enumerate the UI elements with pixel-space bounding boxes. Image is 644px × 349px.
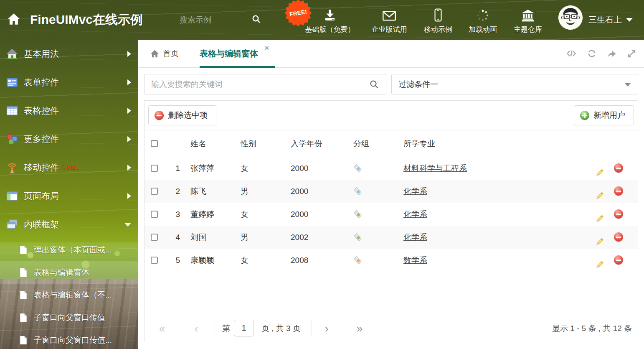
- col-header-name: 姓名: [190, 130, 206, 157]
- sidebar-item-label: 内联框架: [24, 219, 59, 230]
- col-header-group: 分组: [353, 130, 369, 157]
- bank-icon: [497, 5, 559, 22]
- cubes-icon: [6, 133, 18, 145]
- sidebar-subitem-label: 弹出窗体（本页面或...: [34, 245, 112, 255]
- chevron-right-icon: [127, 108, 131, 114]
- table-row: 3 董婷婷 女 2000 化学系: [145, 203, 638, 226]
- delete-row-icon[interactable]: [614, 163, 623, 173]
- nav-basic-edition[interactable]: 基础版（免费）: [299, 5, 361, 34]
- select-all-checkbox[interactable]: [151, 140, 158, 147]
- sidebar-subitem-label: 表格与编辑窗体: [34, 267, 89, 278]
- col-header-year: 入学年份: [291, 130, 322, 157]
- sidebar-subitem-grid-edit-window[interactable]: 表格与编辑窗体: [0, 261, 138, 284]
- delete-row-icon[interactable]: [614, 209, 623, 219]
- add-user-label: 新增用户: [593, 110, 625, 121]
- delete-row-icon[interactable]: [614, 186, 623, 196]
- filter-select[interactable]: 过滤条件一: [391, 74, 638, 94]
- chevron-right-icon: [127, 193, 131, 199]
- tab-home[interactable]: 首页: [150, 40, 179, 67]
- main-content: 首页 表格与编辑窗体 ×: [138, 40, 644, 349]
- delete-selected-label: 删除选中项: [168, 110, 208, 121]
- tab-strip: 首页 表格与编辑窗体 ×: [138, 40, 644, 68]
- page-prev-button[interactable]: ‹: [195, 315, 198, 342]
- col-header-major: 所学专业: [403, 130, 435, 157]
- edit-icon[interactable]: [595, 255, 604, 278]
- sidebar-item-inline-frame[interactable]: 内联框架: [0, 210, 138, 239]
- sidebar-item-more-controls[interactable]: 更多控件: [0, 125, 138, 153]
- sidebar-subitem-child-to-parent[interactable]: 子窗口向父窗口传值: [0, 306, 138, 329]
- delete-row-icon[interactable]: [614, 255, 623, 265]
- table-row: 1 张萍萍 女 2000 材料科学与工程系: [145, 157, 638, 180]
- app-home-icon[interactable]: [7, 12, 21, 28]
- user-menu[interactable]: 三生石上: [588, 0, 633, 40]
- sidebar-subitem-child-to-parent-2[interactable]: 子窗口向父窗口传值...: [0, 329, 138, 349]
- row-index: 1: [163, 157, 180, 180]
- page-next-button[interactable]: ›: [325, 315, 328, 342]
- minus-icon: [155, 111, 164, 120]
- expand-icon[interactable]: [627, 49, 636, 59]
- page-last-button[interactable]: »: [357, 315, 363, 342]
- layout-icon: [6, 190, 18, 202]
- cell-year: 2000: [291, 180, 308, 203]
- keyword-search-input[interactable]: [145, 74, 357, 94]
- page-icon: [19, 313, 28, 322]
- caret-down-icon: [625, 83, 631, 87]
- add-user-button[interactable]: 新增用户: [574, 105, 634, 125]
- row-checkbox[interactable]: [151, 211, 158, 218]
- close-icon[interactable]: ×: [264, 44, 269, 52]
- sidebar-item-label: 更多控件: [24, 133, 59, 145]
- sidebar-subitem-label: 子窗口向父窗口传值...: [34, 335, 112, 346]
- sidebar-item-mobile-controls[interactable]: 移动控件 Corp.: [0, 153, 138, 182]
- cell-name: 康颖颖: [190, 249, 214, 272]
- grid-icon: [6, 104, 18, 117]
- page-number-input[interactable]: [234, 320, 254, 336]
- nav-theme-store[interactable]: 主题仓库: [497, 5, 559, 34]
- username: 三生石上: [588, 14, 622, 25]
- major-link[interactable]: 化学系: [403, 210, 427, 219]
- sidebar-subitem-label: 子窗口向父窗口传值: [34, 312, 105, 323]
- cell-year: 2000: [291, 157, 308, 180]
- page-count-label: 页 , 共 3 页: [261, 315, 301, 342]
- cell-gender: 男: [241, 180, 248, 203]
- refresh-icon[interactable]: [587, 48, 597, 59]
- tab-active-label: 表格与编辑窗体: [200, 48, 258, 59]
- major-link[interactable]: 化学系: [403, 233, 427, 242]
- code-icon[interactable]: [566, 49, 577, 58]
- frames-icon: [6, 218, 18, 231]
- row-checkbox[interactable]: [151, 234, 158, 241]
- download-icon: [299, 5, 361, 22]
- sidebar-item-basic-usage[interactable]: 基本用法: [0, 40, 138, 68]
- home-icon: [6, 48, 18, 60]
- major-link[interactable]: 化学系: [403, 187, 427, 196]
- cell-year: 2008: [291, 249, 308, 272]
- row-checkbox[interactable]: [151, 188, 158, 195]
- tab-active[interactable]: 表格与编辑窗体 ×: [200, 40, 269, 67]
- cell-name: 陈飞: [190, 180, 206, 203]
- chevron-right-icon: [127, 79, 131, 85]
- delete-row-icon[interactable]: [614, 232, 623, 242]
- chevron-right-icon: [127, 136, 131, 142]
- sidebar-item-page-layout[interactable]: 页面布局: [0, 182, 138, 210]
- chevron-right-icon: [127, 51, 131, 57]
- sidebar-subitem-grid-edit-window-2[interactable]: 表格与编辑窗体（不...: [0, 284, 138, 306]
- avatar[interactable]: [558, 5, 583, 30]
- header-search-icon[interactable]: [251, 14, 261, 26]
- row-checkbox[interactable]: [151, 165, 158, 172]
- sidebar-item-label: 移动控件: [24, 162, 59, 173]
- sidebar-item-form-controls[interactable]: 表单控件: [0, 68, 138, 97]
- plus-icon: [580, 111, 589, 120]
- chevron-right-icon: [127, 165, 131, 171]
- major-link[interactable]: 材料科学与工程系: [403, 164, 467, 173]
- table-row: 2 陈飞 男 2000 化学系: [145, 180, 638, 203]
- top-header: FineUIMvc在线示例 FREE! 基础版（免费） 企业版试用 移动示例 加…: [0, 0, 644, 40]
- sidebar-item-grid-controls[interactable]: 表格控件: [0, 97, 138, 125]
- row-checkbox[interactable]: [151, 257, 158, 264]
- major-link[interactable]: 数学系: [403, 256, 427, 265]
- search-icon[interactable]: [369, 79, 379, 91]
- filter-row: 过滤条件一: [144, 74, 638, 95]
- sidebar-subitem-label: 表格与编辑窗体（不...: [34, 290, 112, 301]
- delete-selected-button[interactable]: 删除选中项: [148, 105, 216, 125]
- sidebar-subitem-popup-window[interactable]: 弹出窗体（本页面或...: [0, 239, 138, 261]
- share-icon[interactable]: [607, 49, 617, 58]
- page-first-button[interactable]: «: [159, 315, 165, 342]
